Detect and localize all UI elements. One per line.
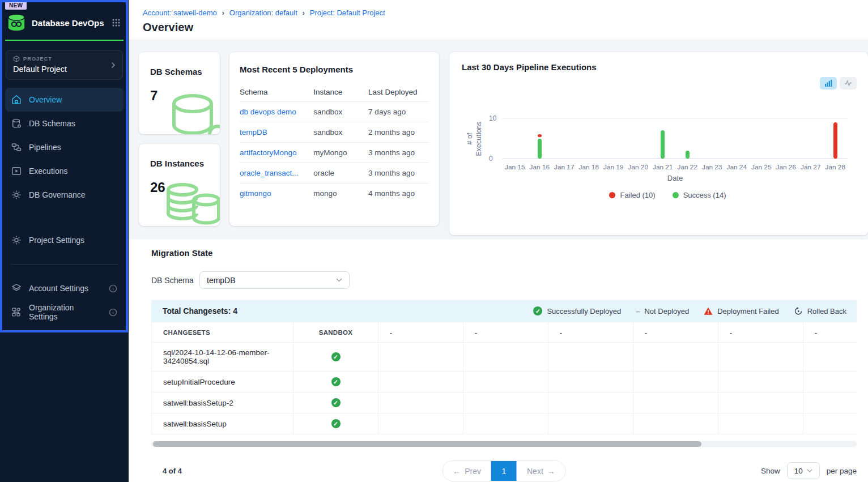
x-tick-label: Jan 28 xyxy=(823,163,848,171)
table-row: artifactoryMongo myMongo 3 months ago xyxy=(240,143,429,163)
schema-link[interactable]: oracle_transact... xyxy=(240,169,299,177)
content-area: DB Schemas 7 DB Instances 26 xyxy=(129,40,868,482)
column-header-empty: - xyxy=(463,322,548,343)
stat-label: DB Instances xyxy=(139,144,220,168)
sidebar-item-label: Account Settings xyxy=(29,284,88,293)
instance-cell: myMongo xyxy=(313,143,368,163)
sidebar-item-overview[interactable]: Overview xyxy=(5,88,124,112)
schema-link[interactable]: artifactoryMongo xyxy=(240,148,297,157)
check-circle-icon: ✓ xyxy=(331,377,341,386)
table-row: oracle_transact... oracle 3 months ago xyxy=(240,163,429,184)
project-selector[interactable]: PROJECT Default Project xyxy=(6,50,123,80)
current-page-button[interactable]: 1 xyxy=(491,461,517,481)
sidebar-item-label: DB Schemas xyxy=(29,119,75,128)
schema-link[interactable]: gitmongo xyxy=(240,189,271,198)
line-chart-toggle-button[interactable] xyxy=(840,77,857,89)
stat-label: DB Schemas xyxy=(139,52,220,76)
x-tick-label: Jan 26 xyxy=(774,163,799,171)
chart-bar xyxy=(686,151,690,159)
sidebar-item-label: DB Governance xyxy=(29,190,86,199)
x-tick-label: Jan 15 xyxy=(503,163,527,171)
breadcrumb-organization-link[interactable]: Organization: default xyxy=(229,8,297,17)
info-icon[interactable] xyxy=(109,308,117,317)
last-deployed-cell: 2 months ago xyxy=(368,122,429,143)
sidebar-item-account-settings[interactable]: Account Settings xyxy=(5,276,124,300)
app-grid-icon[interactable] xyxy=(112,18,121,27)
sidebar-item-label: Organization Settings xyxy=(29,303,101,321)
breadcrumb-account-link[interactable]: Account: satwell-demo xyxy=(143,8,217,17)
layers-icon xyxy=(11,283,22,293)
check-circle-icon: ✓ xyxy=(331,352,341,361)
info-icon[interactable] xyxy=(109,284,117,293)
db-schema-selected-value: tempDB xyxy=(207,276,236,285)
pipeline-icon xyxy=(11,142,22,152)
org-chart-icon xyxy=(11,307,22,317)
bar-chart-toggle-button[interactable] xyxy=(820,77,837,89)
main-area: Account: satwell-demo › Organization: de… xyxy=(129,0,868,482)
column-header-changesets: CHANGESETS xyxy=(152,322,293,343)
x-tick-label: Jan 22 xyxy=(675,163,700,171)
breadcrumb-project-link[interactable]: Project: Default Project xyxy=(310,8,385,17)
column-header-last-deployed: Last Deployed xyxy=(368,82,429,102)
sidebar-item-label: Executions xyxy=(29,167,67,176)
chart-legend: Failed (10)Success (14) xyxy=(488,191,848,199)
sidebar-item-project-settings[interactable]: Project Settings xyxy=(5,228,124,252)
changeset-name-cell: sql/2024-10-14-12-06-member-34240854.sql xyxy=(152,343,293,372)
sidebar-item-pipelines[interactable]: Pipelines xyxy=(5,135,124,159)
x-tick-label: Jan 20 xyxy=(626,163,651,171)
gear-icon xyxy=(11,235,22,245)
deployments-table: Schema Instance Last Deployed db devops … xyxy=(240,82,429,203)
play-square-icon xyxy=(11,166,22,176)
changesets-summary-bar: Total Changesets: 4 ✓ Successfully Deplo… xyxy=(151,300,857,322)
instance-cell: sandbox xyxy=(313,102,368,122)
x-tick-label: Jan 27 xyxy=(798,163,823,171)
horizontal-scrollbar-track[interactable] xyxy=(151,441,857,447)
table-row: db devops demo sandbox 7 days ago xyxy=(240,102,429,122)
legend-dot-icon xyxy=(609,192,615,198)
schema-link[interactable]: tempDB xyxy=(240,128,267,137)
table-row: tempDB sandbox 2 months ago xyxy=(240,122,429,143)
chevron-right-icon xyxy=(111,62,116,69)
table-row: satwell:basisSetup ✓ xyxy=(152,413,857,434)
gear-icon xyxy=(11,190,22,200)
chevron-down-icon xyxy=(336,278,342,282)
column-header-empty: - xyxy=(548,322,633,343)
rollback-icon xyxy=(794,306,803,315)
db-schema-select[interactable]: tempDB xyxy=(199,271,350,289)
next-page-button[interactable]: Next → xyxy=(517,461,565,481)
legend-item: Success (14) xyxy=(673,191,726,199)
legend-dot-icon xyxy=(673,192,679,198)
check-circle-icon: ✓ xyxy=(331,398,341,407)
page-size-select[interactable]: 10 xyxy=(787,462,820,479)
sidebar-item-db-governance[interactable]: DB Governance xyxy=(5,183,124,207)
horizontal-scrollbar-thumb[interactable] xyxy=(153,441,701,447)
dash-icon: – xyxy=(636,307,640,315)
x-tick-label: Jan 19 xyxy=(601,163,626,171)
project-name: Default Project xyxy=(13,65,116,74)
chart-bar xyxy=(538,134,542,137)
column-header-empty: - xyxy=(633,322,718,343)
changeset-name-cell: satwell:basisSetup-2 xyxy=(152,393,293,413)
column-header-instance: Instance xyxy=(313,82,368,102)
row-count-label: 4 of 4 xyxy=(163,467,182,475)
chart-type-toggle xyxy=(820,77,857,89)
sidebar-item-executions[interactable]: Executions xyxy=(5,159,124,183)
last-deployed-cell: 4 months ago xyxy=(368,184,429,204)
instance-cell: mongo xyxy=(313,184,368,204)
sidebar-item-db-schemas[interactable]: DB Schemas xyxy=(5,112,124,135)
prev-page-button[interactable]: ← Prev xyxy=(442,461,491,481)
chevron-right-icon: › xyxy=(303,9,305,17)
table-row: gitmongo mongo 4 months ago xyxy=(240,184,429,204)
deployments-title: Most Recent 5 Deployments xyxy=(240,65,429,74)
legend-not-deployed: – Not Deployed xyxy=(636,307,689,315)
last-deployed-cell: 7 days ago xyxy=(368,102,429,122)
sidebar: NEW Database DevOps xyxy=(0,0,129,482)
chevron-down-icon xyxy=(807,469,812,472)
y-tick-10: 10 xyxy=(489,114,496,122)
sidebar-item-organization-settings[interactable]: Organization Settings xyxy=(5,300,124,324)
breadcrumb: Account: satwell-demo › Organization: de… xyxy=(143,8,868,17)
gridline-10 xyxy=(503,118,848,118)
sidebar-item-label: Project Settings xyxy=(29,236,84,245)
schema-link[interactable]: db devops demo xyxy=(240,108,296,116)
migration-state-title: Migration State xyxy=(151,248,212,258)
